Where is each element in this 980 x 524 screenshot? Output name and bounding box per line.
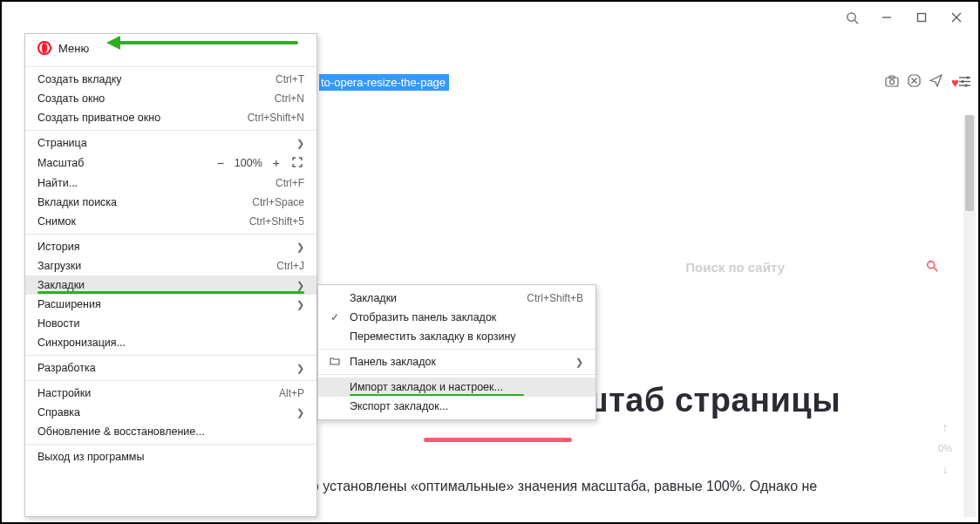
menu-bookmarks[interactable]: Закладки ❯: [25, 276, 316, 295]
svg-point-15: [962, 80, 964, 83]
zoom-percent: 0%: [938, 443, 952, 453]
svg-point-7: [890, 79, 895, 84]
annotation-underline: [350, 394, 524, 397]
submenu-bookmarks-bar[interactable]: Панель закладок ❯: [318, 352, 595, 371]
address-bar[interactable]: to-opera-resize-the-page ♥: [319, 70, 959, 94]
address-icons: ♥: [885, 74, 959, 90]
menu-search-tabs[interactable]: Вкладки поиска Ctrl+Space: [25, 193, 316, 212]
zoom-panel: ↑ 0% ↓: [938, 420, 952, 476]
opera-main-menu: Меню Создать вкладку Ctrl+T Создать окно…: [24, 33, 317, 517]
send-icon[interactable]: [929, 74, 943, 90]
zoom-value: 100%: [235, 157, 262, 169]
chevron-right-icon: ❯: [296, 407, 304, 419]
maximize-button[interactable]: [905, 5, 938, 30]
folder-icon: [329, 356, 341, 368]
close-button[interactable]: [940, 5, 973, 30]
svg-point-13: [967, 77, 970, 79]
svg-rect-3: [918, 14, 926, 22]
scrollbar-thumb[interactable]: [965, 115, 974, 211]
page-headline: штаб страницы: [581, 382, 840, 419]
chevron-right-icon: ❯: [296, 242, 304, 253]
chevron-right-icon: ❯: [296, 280, 304, 291]
zoom-out-button[interactable]: −: [215, 156, 226, 170]
annotation-underline: [37, 291, 304, 294]
svg-line-1: [854, 20, 858, 24]
zoom-in-button[interactable]: +: [271, 156, 282, 170]
menu-exit[interactable]: Выход из программы: [25, 447, 316, 466]
chevron-right-icon: ❯: [575, 357, 583, 368]
menu-help[interactable]: Справка ❯: [25, 403, 316, 422]
menu-new-tab[interactable]: Создать вкладку Ctrl+T: [25, 70, 316, 89]
menu-update[interactable]: Обновление & восстановление...: [25, 422, 316, 441]
search-submit-icon[interactable]: [926, 260, 938, 275]
svg-point-0: [847, 12, 854, 20]
arrow-up-icon[interactable]: ↑: [943, 420, 949, 434]
decorative-underline: [424, 438, 572, 442]
page-paragraph: нию установлены «оптимальные» значения м…: [293, 476, 940, 497]
menu-label: Меню: [58, 42, 89, 55]
svg-line-19: [934, 268, 937, 271]
block-icon[interactable]: [908, 74, 921, 90]
submenu-show-bar[interactable]: ✓ Отобразить панель закладок: [318, 308, 595, 327]
menu-page[interactable]: Страница ❯: [25, 133, 316, 153]
arrow-down-icon[interactable]: ↓: [943, 462, 949, 476]
svg-point-21: [42, 43, 47, 53]
menu-new-window[interactable]: Создать окно Ctrl+N: [25, 89, 316, 108]
submenu-bookmarks[interactable]: Закладки Ctrl+Shift+B: [318, 289, 595, 308]
menu-extensions[interactable]: Расширения ❯: [25, 295, 316, 314]
submenu-export[interactable]: Экспорт закладок...: [318, 397, 595, 416]
fullscreen-icon[interactable]: [290, 156, 304, 170]
menu-zoom[interactable]: Масштаб − 100% +: [25, 153, 316, 174]
menu-history[interactable]: История ❯: [25, 237, 316, 256]
submenu-import[interactable]: Импорт закладок и настроек...: [318, 378, 595, 397]
minimize-button[interactable]: [870, 5, 903, 30]
chevron-right-icon: ❯: [296, 299, 304, 310]
chevron-right-icon: ❯: [296, 138, 304, 149]
menu-find[interactable]: Найти... Ctrl+F: [25, 174, 316, 193]
menu-develop[interactable]: Разработка ❯: [25, 358, 316, 378]
url-selected-text: to-opera-resize-the-page: [319, 74, 449, 91]
menu-new-private[interactable]: Создать приватное окно Ctrl+Shift+N: [25, 108, 316, 127]
menu-news[interactable]: Новости: [25, 314, 316, 333]
menu-header[interactable]: Меню: [25, 34, 316, 64]
browser-window: to-opera-resize-the-page ♥ Поиск по сайт…: [0, 0, 980, 524]
submenu-move-trash[interactable]: Переместить закладку в корзину: [318, 327, 595, 346]
chevron-right-icon: ❯: [296, 363, 304, 374]
menu-settings[interactable]: Настройки Alt+P: [25, 384, 316, 403]
svg-point-17: [965, 85, 968, 87]
menu-sync[interactable]: Синхронизация...: [25, 333, 316, 352]
opera-logo-icon: [37, 41, 51, 55]
menu-snapshot[interactable]: Снимок Ctrl+Shift+5: [25, 212, 316, 231]
menu-downloads[interactable]: Загрузки Ctrl+J: [25, 256, 316, 276]
scrollbar[interactable]: [963, 115, 976, 517]
search-placeholder[interactable]: Поиск по сайту: [685, 260, 785, 275]
titlebar: [2, 2, 978, 33]
easy-setup-icon[interactable]: [958, 75, 971, 91]
bookmarks-submenu: Закладки Ctrl+Shift+B ✓ Отобразить панел…: [317, 284, 596, 420]
check-icon: ✓: [329, 311, 341, 323]
camera-icon[interactable]: [885, 75, 899, 90]
svg-point-18: [928, 262, 935, 269]
search-icon[interactable]: [835, 5, 868, 30]
